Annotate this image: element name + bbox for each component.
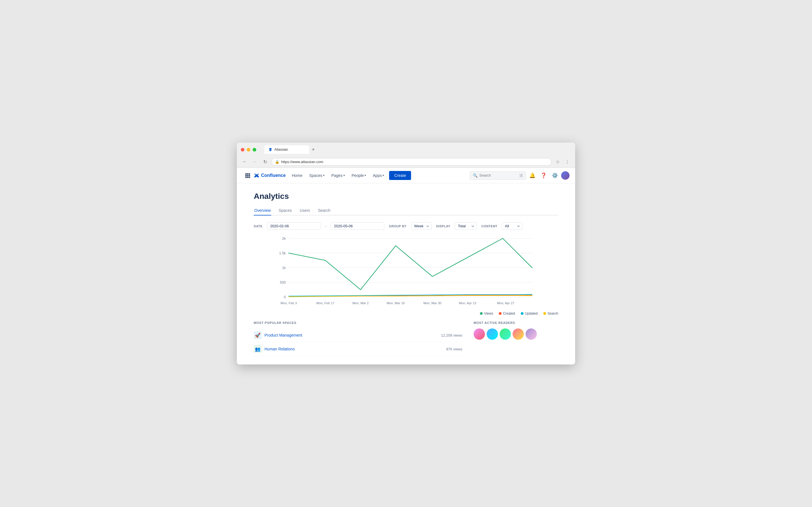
date-label: DATE [254, 224, 262, 228]
reader-avatar-3[interactable] [500, 328, 511, 340]
active-readers: MOST ACTIVE READERS [474, 321, 558, 356]
tab-users[interactable]: Users [299, 206, 311, 216]
svg-rect-6 [245, 177, 247, 178]
content-select[interactable]: All Pages Blogs [502, 222, 522, 230]
lock-icon: 🔒 [275, 160, 280, 164]
nav-people[interactable]: People ▾ [349, 172, 369, 179]
back-button[interactable]: ← [241, 158, 249, 166]
svg-text:1.5k: 1.5k [279, 251, 286, 255]
svg-text:Mon, Feb 3: Mon, Feb 3 [281, 301, 297, 305]
space-views-product: 12,208 views [441, 333, 462, 337]
svg-rect-2 [249, 173, 250, 175]
space-views-hr: 976 views [446, 347, 462, 351]
search-box[interactable]: 🔍 / [470, 171, 526, 180]
svg-text:2k: 2k [282, 237, 286, 240]
settings-button[interactable]: ⚙️ [550, 170, 560, 180]
svg-rect-5 [249, 175, 250, 176]
date-separator: - [325, 224, 326, 228]
refresh-button[interactable]: ↻ [261, 158, 269, 166]
popular-spaces: MOST POPULAR SPACES 🚀 Product Management… [254, 321, 462, 356]
user-avatar[interactable] [561, 171, 569, 180]
content-label: CONTENT [481, 224, 497, 228]
space-name-hr[interactable]: Human Relations [264, 347, 443, 351]
notifications-button[interactable]: 🔔 [527, 170, 538, 180]
maximize-button[interactable] [253, 148, 256, 152]
group-by-label: GROUP BY [389, 224, 406, 228]
svg-rect-4 [247, 175, 248, 176]
pages-chevron-icon: ▾ [343, 174, 345, 177]
space-name-product[interactable]: Product Management [264, 333, 438, 337]
search-shortcut: / [519, 173, 523, 177]
popular-spaces-title: MOST POPULAR SPACES [254, 321, 462, 325]
search-input[interactable] [479, 173, 518, 177]
legend-updated-label: Updated [525, 312, 538, 316]
tab-overview[interactable]: Overview [254, 206, 271, 216]
legend-views-dot [480, 312, 483, 315]
list-item: 🚀 Product Management 12,208 views [254, 328, 462, 342]
legend-search-label: Search [548, 312, 558, 316]
reader-avatar-4[interactable] [513, 328, 524, 340]
svg-text:1k: 1k [282, 266, 286, 270]
legend-views-label: Views [484, 312, 493, 316]
svg-text:Mon, Apr 13: Mon, Apr 13 [459, 301, 476, 305]
grid-menu-button[interactable] [243, 170, 253, 180]
create-button[interactable]: Create [389, 171, 411, 180]
browser-toolbar: ← → ↻ 🔒 https://www.atlassian.com ☆ ⋮ [237, 156, 575, 167]
tab-title: Atlassian [274, 148, 288, 152]
svg-text:Mon, Mar 2: Mon, Mar 2 [352, 301, 369, 305]
svg-rect-1 [247, 173, 248, 175]
date-from-input[interactable] [267, 222, 320, 230]
url-display: https://www.atlassian.com [281, 160, 323, 164]
close-button[interactable] [241, 148, 245, 152]
apps-chevron-icon: ▾ [383, 174, 384, 177]
legend-views: Views [480, 312, 493, 316]
bottom-section: MOST POPULAR SPACES 🚀 Product Management… [254, 321, 558, 356]
svg-text:Mon, Mar 16: Mon, Mar 16 [387, 301, 405, 305]
browser-chrome: Atlassian + ← → ↻ 🔒 https://www.atlassia… [237, 143, 575, 168]
views-line [289, 238, 532, 290]
legend-search: Search [543, 312, 558, 316]
svg-text:500: 500 [280, 281, 286, 284]
new-tab-button[interactable]: + [309, 146, 317, 154]
date-to-input[interactable] [331, 222, 384, 230]
svg-rect-8 [249, 177, 250, 178]
people-chevron-icon: ▾ [364, 174, 366, 177]
forward-button[interactable]: → [251, 158, 259, 166]
space-icon-product: 🚀 [254, 331, 262, 339]
nav-pages[interactable]: Pages ▾ [328, 172, 348, 179]
minimize-button[interactable] [247, 148, 250, 152]
analytics-tabs: Overview Spaces Users Search [254, 206, 558, 216]
page-title: Analytics [254, 192, 558, 201]
tab-spaces[interactable]: Spaces [278, 206, 292, 216]
nav-apps[interactable]: Apps ▾ [370, 172, 387, 179]
group-by-select[interactable]: Week Day Month [411, 222, 432, 230]
display-select[interactable]: Total Unique [455, 222, 477, 230]
legend-updated: Updated [521, 312, 538, 316]
bookmark-button[interactable]: ☆ [554, 158, 562, 166]
help-button[interactable]: ❓ [539, 170, 549, 180]
chart-container: 2k 1.5k 1k 500 0 Mon [254, 235, 558, 309]
space-icon-hr: 👥 [254, 345, 262, 353]
search-icon: 🔍 [473, 173, 477, 178]
address-bar[interactable]: 🔒 https://www.atlassian.com [271, 158, 552, 166]
active-readers-title: MOST ACTIVE READERS [474, 321, 558, 325]
spaces-chevron-icon: ▾ [323, 174, 324, 177]
nav-spaces[interactable]: Spaces ▾ [306, 172, 327, 179]
legend-created-dot [499, 312, 502, 315]
nav-home[interactable]: Home [289, 172, 305, 179]
logo-text: Confluence [261, 173, 286, 178]
views-line-dashed [517, 253, 532, 268]
browser-toolbar-actions: ☆ ⋮ [554, 158, 571, 166]
active-tab[interactable]: Atlassian [264, 145, 309, 154]
reader-avatar-2[interactable] [487, 328, 498, 340]
confluence-logo[interactable]: Confluence [254, 173, 286, 178]
svg-rect-7 [247, 177, 248, 178]
legend-created: Created [499, 312, 515, 316]
browser-window: Atlassian + ← → ↻ 🔒 https://www.atlassia… [237, 143, 575, 364]
menu-button[interactable]: ⋮ [563, 158, 571, 166]
reader-avatar-1[interactable] [474, 328, 485, 340]
reader-avatar-5[interactable] [525, 328, 537, 340]
legend-search-dot [543, 312, 546, 315]
tab-search[interactable]: Search [317, 206, 331, 216]
analytics-chart: 2k 1.5k 1k 500 0 Mon [254, 235, 558, 309]
